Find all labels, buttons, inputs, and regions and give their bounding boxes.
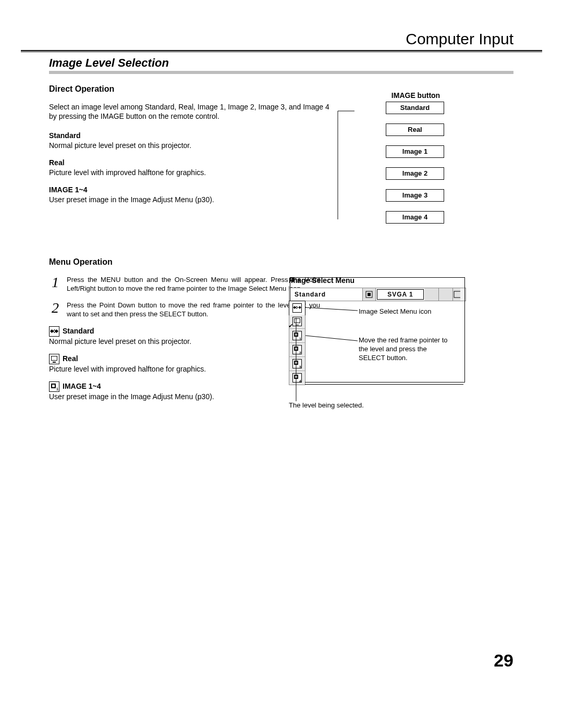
step-text: Press the MENU button and the On-Screen … <box>67 275 320 293</box>
page-number: 29 <box>494 650 513 671</box>
direct-image14-desc: User preset image in the Image Adjust Me… <box>49 195 331 205</box>
image-select-menu-figure: Image Select Menu Standard SVGA 1 ✔ 1 2 … <box>289 276 466 385</box>
menu-option-standard: Standard <box>49 326 320 337</box>
menu-option-standard-label: Standard <box>63 326 94 336</box>
flow-step-image1: Image 1 <box>386 145 444 158</box>
page-header-title: Computer Input <box>406 30 513 48</box>
callout-move-pointer: Move the red frame pointer to the level … <box>359 336 452 363</box>
diamonds-icon <box>49 326 59 337</box>
direct-operation-intro: Select an image level among Standard, Re… <box>49 102 331 122</box>
menu-bar: Standard SVGA 1 <box>289 288 466 301</box>
monitor-icon <box>49 354 59 364</box>
step-number: 1 <box>49 275 62 293</box>
direct-image14-heading: IMAGE 1~4 <box>49 185 331 195</box>
menu-option-image14: 1 IMAGE 1~4 <box>49 381 320 392</box>
menu-side-icons: ✔ 1 2 3 4 <box>289 301 305 385</box>
section-rule <box>49 71 513 74</box>
menu-option-standard-desc: Normal picture level preset on this proj… <box>49 337 320 347</box>
menu-option-image14-desc: User preset image in the Image Adjust Me… <box>49 392 320 402</box>
callout-image-select-icon: Image Select Menu icon <box>359 307 431 316</box>
header-rule <box>21 50 542 52</box>
menu-option-real-label: Real <box>63 354 78 364</box>
side-row-real: ✔ <box>289 315 305 329</box>
side-row-standard <box>289 301 305 315</box>
menu-bar-icon-1 <box>425 288 439 301</box>
menu-step-2: 2 Press the Point Down button to move th… <box>49 301 320 319</box>
menu-option-image14-label: IMAGE 1~4 <box>63 381 101 391</box>
menu-step-1: 1 Press the MENU button and the On-Scree… <box>49 275 320 293</box>
step-text: Press the Point Down button to move the … <box>67 301 320 319</box>
side-row-image1: 1 <box>289 329 305 343</box>
side-row-image4: 4 <box>289 371 305 385</box>
menu-operation-block: Menu Operation 1 Press the MENU button a… <box>49 256 320 409</box>
direct-operation-block: Direct Operation Select an image level a… <box>49 83 331 212</box>
direct-real-heading: Real <box>49 158 331 168</box>
side-row-image3: 3 <box>289 357 305 371</box>
direct-standard-heading: Standard <box>49 131 331 141</box>
step-number: 2 <box>49 301 62 319</box>
side-row-image2: 2 <box>289 343 305 357</box>
flow-title: IMAGE button <box>373 91 459 100</box>
page: Computer Input Image Level Selection Dir… <box>0 0 563 728</box>
direct-standard-desc: Normal picture level preset on this proj… <box>49 141 331 151</box>
menu-option-real: Real <box>49 354 320 364</box>
flow-step-image4: Image 4 <box>386 211 444 224</box>
image-button-flow: IMAGE button Standard Real Image 1 Image… <box>344 91 474 224</box>
flow-step-standard: Standard <box>386 102 444 114</box>
direct-operation-heading: Direct Operation <box>49 83 331 95</box>
flow-step-image3: Image 3 <box>386 189 444 202</box>
menu-option-real-desc: Picture level with improved halftone for… <box>49 364 320 374</box>
section-title: Image Level Selection <box>49 56 169 70</box>
callout-level-selected: The level being selected. <box>289 401 424 410</box>
flow-step-image2: Image 2 <box>386 167 444 180</box>
menu-operation-heading: Menu Operation <box>49 256 320 268</box>
flow-step-real: Real <box>386 124 444 136</box>
numbered-box-icon: 1 <box>49 381 59 392</box>
direct-real-desc: Picture level with improved halftone for… <box>49 168 331 178</box>
